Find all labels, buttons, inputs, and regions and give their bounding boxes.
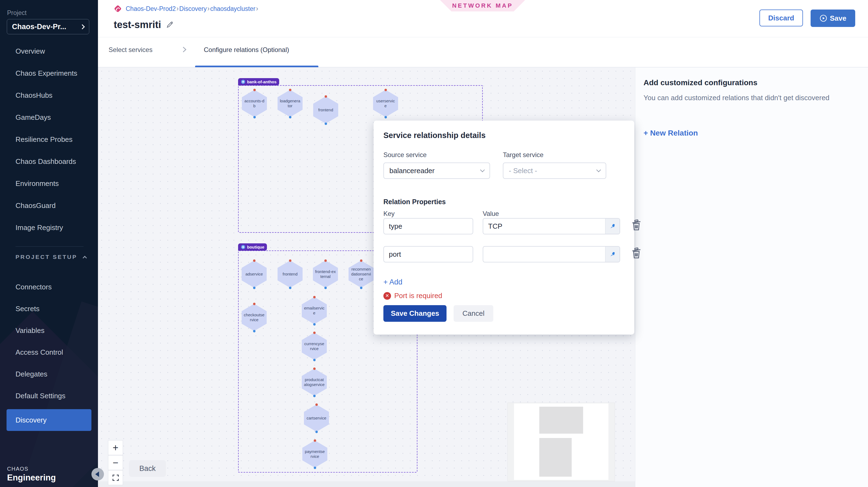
breadcrumb-link-discovery[interactable]: Discovery <box>179 5 207 12</box>
cluster-badge-boutique[interactable]: boutique <box>238 243 267 251</box>
sidebar-divider <box>16 246 84 247</box>
output-port-dot <box>289 116 291 118</box>
sidebar-item-delegates[interactable]: Delegates <box>0 363 98 385</box>
sidebar-item-image-registry[interactable]: Image Registry <box>0 217 98 239</box>
collapse-arrow-icon <box>95 471 99 477</box>
breadcrumb-link-chaosdaycluster[interactable]: chaosdaycluster <box>210 5 255 12</box>
sidebar-setup-nav: ConnectorsSecretsVariablesAccess Control… <box>0 276 98 433</box>
active-tab-underline <box>195 66 318 67</box>
chevron-down-icon <box>480 168 485 172</box>
input-port-dot <box>289 89 291 91</box>
target-service-placeholder: - Select - <box>509 166 597 175</box>
modal-title: Service relationship details <box>383 131 486 140</box>
pin-value-button[interactable] <box>605 247 620 262</box>
project-selector[interactable]: Chaos-Dev-Pr... <box>7 19 89 34</box>
chevron-right-icon <box>182 45 187 54</box>
edit-pencil-icon[interactable] <box>166 21 174 29</box>
product-logo-line1: CHAOS <box>7 466 56 472</box>
sidebar-item-chaos-dashboards[interactable]: Chaos Dashboards <box>0 151 98 173</box>
output-port-dot <box>324 287 327 289</box>
property-value-input[interactable] <box>483 219 603 234</box>
back-button[interactable]: Back <box>129 460 166 477</box>
pushpin-icon <box>609 223 616 230</box>
sidebar-item-chaoshubs[interactable]: ChaosHubs <box>0 84 98 106</box>
sidebar-item-connectors[interactable]: Connectors <box>0 276 98 298</box>
tab-configure-relations[interactable]: Configure relations (Optional) <box>204 46 289 54</box>
sidebar-item-chaosguard[interactable]: ChaosGuard <box>0 195 98 217</box>
chevron-up-icon <box>83 255 87 260</box>
play-circle-icon <box>819 14 827 22</box>
service-relationship-modal: Service relationship details Source serv… <box>374 121 634 335</box>
sidebar-item-resilience-probes[interactable]: Resilience Probes <box>0 128 98 151</box>
add-property-button[interactable]: + Add <box>383 278 402 286</box>
minimap[interactable] <box>507 403 615 481</box>
sidebar-item-default-settings[interactable]: Default Settings <box>0 385 98 407</box>
sidebar-nav: OverviewChaos ExperimentsChaosHubsGameDa… <box>0 40 98 239</box>
key-column-label: Key <box>383 210 483 217</box>
sidebar-item-chaos-experiments[interactable]: Chaos Experiments <box>0 62 98 84</box>
output-port-dot <box>324 122 327 125</box>
cluster-name: boutique <box>247 245 264 249</box>
sidebar-item-variables[interactable]: Variables <box>0 319 98 341</box>
delete-relation-property-button[interactable] <box>631 247 642 260</box>
property-value-input[interactable] <box>483 247 603 262</box>
discard-button[interactable]: Discard <box>760 9 803 26</box>
zoom-in-button[interactable]: + <box>108 440 123 455</box>
save-button-label: Save <box>830 14 846 23</box>
target-service-select[interactable]: - Select - <box>503 162 606 179</box>
save-button[interactable]: Save <box>811 9 855 27</box>
save-changes-button[interactable]: Save Changes <box>383 305 446 322</box>
fit-view-button[interactable] <box>108 470 123 485</box>
project-label: Project <box>7 9 27 17</box>
breadcrumb: Chaos-Dev-Prod2›Discovery›chaosdaycluste… <box>114 4 259 13</box>
panel-subtitle: You can add customized relations that di… <box>644 94 860 102</box>
pushpin-icon <box>609 251 616 257</box>
service-node-label: productcatalogservice <box>304 377 324 387</box>
trash-icon <box>631 247 642 260</box>
input-port-dot <box>313 332 316 334</box>
service-node-label: adservice <box>245 272 263 277</box>
validation-error: ✕ Port is required <box>383 292 442 300</box>
project-selector-value: Chaos-Dev-Pr... <box>12 23 79 31</box>
breadcrumb-separator: › <box>207 4 210 12</box>
service-node-label: userservice <box>375 98 396 108</box>
breadcrumb-separator: › <box>176 4 179 12</box>
pin-value-button[interactable] <box>605 219 620 234</box>
sidebar-item-environments[interactable]: Environments <box>0 173 98 195</box>
new-relation-button[interactable]: + New Relation <box>644 129 860 138</box>
breadcrumb-separator: › <box>255 4 259 12</box>
sidebar-item-access-control[interactable]: Access Control <box>0 341 98 363</box>
cancel-button[interactable]: Cancel <box>454 305 493 322</box>
target-service-label: Target service <box>503 151 606 159</box>
input-port-dot <box>253 260 255 262</box>
property-key-input[interactable] <box>383 218 473 234</box>
service-node-label: paymentservice <box>305 449 325 459</box>
network-map-ribbon: NETWORK MAP <box>440 0 525 11</box>
error-icon: ✕ <box>383 292 391 300</box>
sidebar-item-gamedays[interactable]: GameDays <box>0 106 98 128</box>
sidebar-item-secrets[interactable]: Secrets <box>0 298 98 319</box>
input-port-dot <box>384 89 387 91</box>
kubernetes-icon <box>241 80 245 84</box>
delete-relation-property-button[interactable] <box>631 219 642 232</box>
sidebar-item-discovery[interactable]: Discovery <box>6 409 91 431</box>
sidebar-collapse-button[interactable] <box>91 468 104 481</box>
service-node-label: frontend-external <box>315 269 336 279</box>
project-setup-section-header[interactable]: PROJECT SETUP <box>16 254 86 260</box>
input-port-dot <box>313 367 316 370</box>
sidebar-item-overview[interactable]: Overview <box>0 40 98 62</box>
breadcrumb-link-chaos-dev-prod2[interactable]: Chaos-Dev-Prod2 <box>126 5 176 12</box>
zoom-out-button[interactable]: − <box>108 455 123 470</box>
service-node-label: recommendationservice <box>351 267 371 281</box>
source-service-select[interactable]: balancereader <box>383 162 490 179</box>
project-setup-label: PROJECT SETUP <box>16 254 77 260</box>
tab-select-services[interactable]: Select services <box>108 46 152 54</box>
cluster-badge-bank-of-anthos[interactable]: bank-of-anthos <box>238 78 279 86</box>
output-port-dot <box>314 466 316 469</box>
output-port-dot <box>313 359 316 361</box>
property-key-input[interactable] <box>383 246 473 263</box>
service-node-label: accounts-db <box>244 98 265 108</box>
error-text: Port is required <box>394 292 442 300</box>
output-port-dot <box>313 395 316 397</box>
chevron-right-icon <box>80 24 85 29</box>
